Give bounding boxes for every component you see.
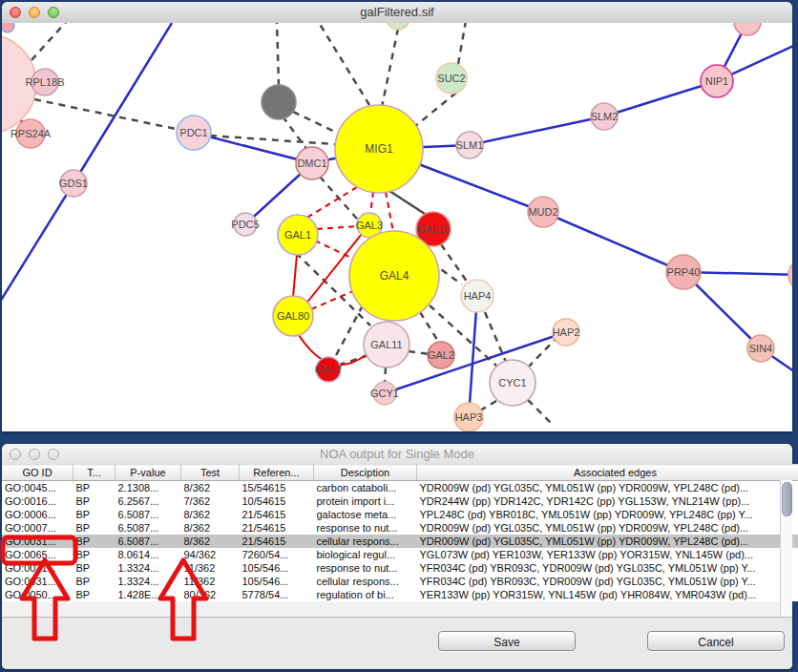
table-cell[interactable]: BP	[74, 494, 116, 508]
table-cell[interactable]: GO:0050...	[2, 588, 74, 601]
table-row[interactable]: GO:0007...BP6.5087...8/36221/54615respon…	[2, 521, 798, 535]
column-header-test[interactable]: Test	[181, 465, 240, 481]
table-row[interactable]: GO:0031...BP6.5087...8/36221/54615cellul…	[2, 535, 798, 548]
table-cell[interactable]: 6.2567...	[116, 494, 181, 508]
table-cell[interactable]: 1.3324...	[116, 561, 181, 575]
edge-blue[interactable]	[385, 332, 566, 393]
table-cell[interactable]: 105/546...	[240, 561, 314, 575]
edge-blue[interactable]	[2, 183, 74, 302]
table-cell[interactable]: 2.1308...	[116, 481, 181, 495]
column-header-desciption[interactable]: Desciption	[314, 465, 417, 481]
table-cell[interactable]: galactose meta...	[314, 508, 417, 521]
edge-reddash[interactable]	[305, 187, 357, 219]
table-cell[interactable]: protein import i...	[314, 494, 417, 508]
column-header-t[interactable]: T...	[74, 465, 116, 481]
table-row[interactable]: GO:0006...BP6.5087...8/36221/54615galact…	[2, 508, 798, 521]
edge-dash[interactable]	[283, 116, 307, 150]
table-cell[interactable]: 7/362	[181, 494, 240, 508]
edge-blue[interactable]	[543, 212, 683, 272]
table-cell[interactable]: BP	[74, 548, 116, 561]
edge-red[interactable]	[293, 255, 297, 297]
table-row[interactable]: GO:0050...BP1.428E...80/3625778/54...reg…	[2, 588, 798, 601]
table-cell[interactable]: regulation of bi...	[314, 588, 417, 601]
node-unlabeled[interactable]	[2, 23, 14, 32]
table-cell[interactable]: 8/362	[181, 508, 240, 521]
table-cell[interactable]: BP	[74, 481, 116, 495]
table-cell[interactable]: 11/362	[181, 575, 240, 588]
table-cell[interactable]: YDR009W (pd) YGL035C, YML051W (pp) YDR00…	[417, 521, 798, 535]
table-row[interactable]: GO:0031...BP1.3324...11/362105/546...cel…	[2, 575, 798, 588]
table-row[interactable]: GO:0031...BP1.3324...11/362105/546...res…	[2, 561, 798, 575]
scrollbar-thumb[interactable]	[782, 482, 792, 516]
noa-titlebar[interactable]: NOA output for Single Mode	[2, 444, 792, 466]
table-cell[interactable]: BP	[74, 521, 116, 535]
table-row[interactable]: GO:0016...BP6.2567...7/36210/54615protei…	[2, 494, 798, 508]
table-cell[interactable]: 10/54615	[240, 494, 314, 508]
edge-dash[interactable]	[210, 136, 347, 145]
table-cell[interactable]: cellular respons...	[314, 575, 417, 588]
table-cell[interactable]: 15/54615	[240, 481, 314, 495]
edge-solid[interactable]	[387, 189, 428, 216]
table-cell[interactable]: YGL073W (pd) YER103W, YER133W (pp) YOR31…	[417, 548, 798, 561]
table-cell[interactable]: YDR244W (pp) YDR142C, YDR142C (pp) YGL15…	[417, 494, 798, 508]
table-cell[interactable]: YDR009W (pd) YGL035C, YML051W (pp) YDR00…	[417, 481, 798, 495]
edge-dash[interactable]	[420, 312, 439, 343]
cancel-button[interactable]: Cancel	[647, 631, 785, 651]
table-cell[interactable]: YPL248C (pd) YBR018C, YML051W (pp) YDR00…	[417, 508, 798, 521]
table-cell[interactable]: 21/54615	[240, 535, 314, 548]
column-header-goid[interactable]: GO ID	[2, 465, 74, 481]
table-cell[interactable]: 105/546...	[240, 575, 314, 588]
table-row[interactable]: GO:0045...BP2.1308...8/36215/54615carbon…	[2, 481, 798, 495]
edge-reddash[interactable]	[317, 226, 358, 229]
table-cell[interactable]: response to nut...	[314, 561, 417, 575]
table-cell[interactable]: 21/54615	[240, 521, 314, 535]
table-cell[interactable]: GO:0007...	[2, 521, 74, 535]
edge-dash[interactable]	[441, 244, 468, 283]
edge-dash[interactable]	[409, 351, 429, 354]
vertical-scrollbar[interactable]	[780, 480, 792, 617]
column-header-pvalue[interactable]: P-value	[116, 465, 181, 481]
table-cell[interactable]: BP	[74, 535, 116, 548]
edge-blue[interactable]	[74, 23, 172, 183]
table-cell[interactable]: 7260/54...	[240, 548, 314, 561]
table-cell[interactable]: 8.0614...	[116, 548, 181, 561]
node-unlabeled[interactable]	[734, 23, 761, 35]
table-cell[interactable]: 6.5087...	[116, 508, 181, 521]
table-cell[interactable]: 94/362	[181, 548, 240, 561]
column-header-associatededges[interactable]: Associated edges	[417, 465, 798, 481]
edge-dash[interactable]	[318, 23, 369, 105]
table-cell[interactable]: BP	[74, 561, 116, 575]
table-cell[interactable]: BP	[74, 575, 116, 588]
table-cell[interactable]: cellular respons...	[314, 535, 417, 548]
table-cell[interactable]: YFR034C (pd) YBR093C, YDR009W (pd) YGL03…	[417, 561, 798, 575]
table-cell[interactable]: 80/362	[181, 588, 240, 601]
table-cell[interactable]: BP	[74, 588, 116, 601]
table-row[interactable]: GO:0065...BP8.0614...94/3627260/54...bio…	[2, 548, 798, 561]
table-cell[interactable]: GO:0045...	[2, 481, 74, 495]
edge-reddash[interactable]	[386, 192, 393, 232]
table-cell[interactable]: carbon cataboli...	[314, 481, 417, 495]
table-cell[interactable]: 8/362	[181, 481, 240, 495]
edge-blue[interactable]	[470, 116, 604, 145]
edge-dash[interactable]	[293, 112, 339, 134]
edge-dash[interactable]	[528, 400, 552, 424]
table-cell[interactable]: biological regul...	[314, 548, 417, 561]
table-cell[interactable]: 11/362	[181, 561, 240, 575]
table-cell[interactable]: GO:0016...	[2, 494, 74, 508]
table-cell[interactable]: response to nut...	[314, 521, 417, 535]
table-cell[interactable]: YDR009W (pd) YGL035C, YML051W (pp) YDR00…	[417, 535, 798, 548]
edge-reddash[interactable]	[370, 192, 373, 214]
table-cell[interactable]: YER133W (pp) YOR315W, YNL145W (pd) YHR08…	[417, 588, 798, 601]
table-cell[interactable]: 6.5087...	[116, 535, 181, 548]
table-cell[interactable]: 8/362	[181, 535, 240, 548]
table-cell[interactable]: GO:0065...	[2, 548, 74, 561]
edge-blue[interactable]	[194, 133, 312, 163]
save-button[interactable]: Save	[438, 631, 576, 651]
graph-svg[interactable]: RPL18BRPS24AGDS1PDC1DMC1PDC5MIG1SUC2SLM1…	[2, 23, 792, 431]
edge-dash[interactable]	[385, 368, 386, 382]
table-cell[interactable]: 6.5087...	[116, 521, 181, 535]
table-cell[interactable]: GO:0031...	[2, 575, 74, 588]
node-MSI[interactable]	[788, 259, 792, 291]
table-cell[interactable]: GO:0006...	[2, 508, 74, 521]
table-cell[interactable]: GO:0031...	[2, 561, 74, 575]
